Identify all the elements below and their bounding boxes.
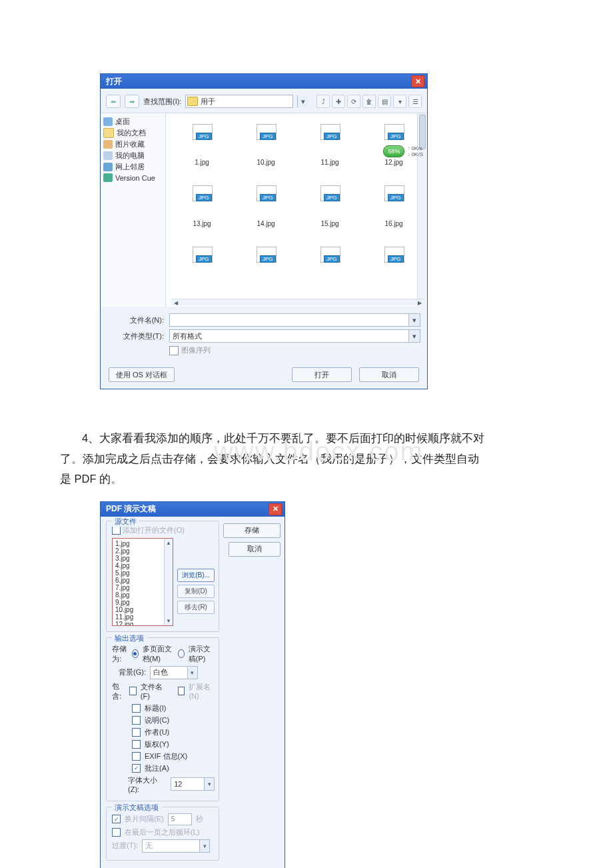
file-list-scrollbar[interactable]: ▲ ▼ — [164, 539, 173, 625]
desktop-icon — [103, 117, 113, 126]
file-item[interactable]: JPG — [235, 240, 297, 299]
output-options-title: 输出选项 — [112, 633, 147, 643]
filename-input[interactable]: ▾ — [169, 313, 420, 327]
scroll-left-icon[interactable]: ◀ — [174, 300, 178, 306]
use-os-dialog-button[interactable]: 使用 OS 对话框 — [109, 367, 175, 382]
list-item[interactable]: 1.jpg — [115, 540, 170, 547]
background-select[interactable]: 白色▾ — [150, 666, 198, 679]
jpg-badge-icon: JPG — [196, 133, 212, 140]
places-panel: 桌面 我的文档 图片收藏 我的电脑 网上邻居 Version Cue — [101, 113, 166, 307]
filetype-label: 文件类型(T): — [107, 331, 169, 341]
file-item[interactable]: JPG 11.jpg — [299, 117, 360, 176]
filetype-value: 所有格式 — [173, 331, 202, 341]
interval-unit: 秒 — [196, 814, 203, 824]
documents-icon — [103, 128, 114, 138]
new-folder-icon[interactable]: ✚ — [332, 95, 345, 108]
cancel-button[interactable]: 取消 — [359, 367, 419, 382]
list-item[interactable]: 4.jpg — [115, 562, 170, 569]
place-versioncue[interactable]: Version Cue — [102, 173, 164, 183]
up-folder-icon[interactable]: ⤴ — [316, 95, 330, 108]
list-item[interactable]: 11.jpg — [115, 613, 170, 621]
source-file-list[interactable]: 1.jpg 2.jpg 3.jpg 4.jpg 5.jpg 6.jpg 7.jp… — [112, 538, 173, 626]
refresh-icon[interactable]: ⟳ — [347, 95, 360, 108]
file-item[interactable]: JPG — [171, 240, 233, 299]
pdf-presentation-dialog: PDF 演示文稿 ✕ 源文件 添加打开的文件(O) 1.jp — [100, 501, 285, 868]
file-item[interactable]: JPG 15.jpg — [299, 179, 360, 237]
list-item[interactable]: 3.jpg — [115, 555, 170, 562]
list-item[interactable]: 7.jpg — [115, 584, 170, 591]
file-item[interactable]: JPG 10.jpg — [235, 117, 297, 176]
dropdown-icon[interactable]: ▾ — [204, 778, 214, 790]
jpg-badge-icon: JPG — [260, 194, 276, 201]
close-icon[interactable]: ✕ — [269, 503, 282, 515]
file-item[interactable]: JPG — [299, 240, 360, 299]
place-computer[interactable]: 我的电脑 — [102, 150, 164, 161]
jpg-badge-icon: JPG — [324, 194, 340, 201]
include-ext-checkbox — [178, 687, 185, 695]
scroll-right-icon[interactable]: ▶ — [418, 300, 422, 306]
place-desktop[interactable]: 桌面 — [102, 116, 164, 127]
download-overlay: 58% ↑ 0K/s ↓ 0K/S — [383, 145, 423, 157]
place-pictures[interactable]: 图片收藏 — [102, 139, 164, 150]
multi-doc-radio[interactable] — [132, 649, 138, 658]
interval-checkbox — [112, 815, 121, 823]
save-button[interactable]: 存储 — [223, 523, 281, 538]
include-note-checkbox[interactable] — [132, 764, 141, 773]
nav-fwd-icon[interactable]: ➡ — [125, 95, 139, 108]
open-button[interactable]: 打开 — [292, 367, 352, 382]
include-filename-checkbox[interactable] — [129, 687, 137, 695]
scroll-thumb[interactable] — [419, 115, 426, 149]
include-author-checkbox[interactable] — [132, 728, 141, 737]
list-item[interactable]: 12.jpg — [115, 621, 170, 626]
close-icon[interactable]: ✕ — [411, 75, 424, 87]
vertical-scrollbar[interactable]: ▲ ▼ — [417, 113, 427, 307]
add-open-files-checkbox: 添加打开的文件(O) — [112, 525, 215, 535]
scroll-up-icon[interactable]: ▲ — [166, 540, 171, 546]
include-label: 包含: — [112, 681, 125, 701]
scroll-down-icon[interactable]: ▼ — [166, 618, 171, 624]
delete-icon[interactable]: 🗑 — [362, 95, 376, 108]
duplicate-button[interactable]: 复制(D) — [177, 585, 215, 598]
open-dialog: 打开 ✕ ⬅ ➡ 查找范围(I): 用于 ▾ ⤴ ✚ ⟳ 🗑 ▤ ▾ — [100, 73, 428, 389]
list-item[interactable]: 2.jpg — [115, 547, 170, 555]
include-copyright-checkbox[interactable] — [132, 740, 141, 749]
file-item[interactable]: JPG 13.jpg — [171, 179, 233, 237]
view-menu-icon[interactable]: ▾ — [393, 95, 406, 108]
file-item[interactable]: JPG — [363, 240, 424, 299]
list-item[interactable]: 8.jpg — [115, 591, 170, 599]
list-item[interactable]: 10.jpg — [115, 606, 170, 613]
toolbar-icons: ⤴ ✚ ⟳ 🗑 ▤ ▾ ☰ — [316, 95, 422, 108]
cancel-button[interactable]: 取消 — [229, 542, 281, 557]
font-size-select[interactable]: 12▾ — [171, 777, 215, 791]
look-in-combo[interactable]: 用于 — [185, 95, 293, 108]
dropdown-icon[interactable]: ▾ — [187, 667, 197, 679]
horizontal-scrollbar[interactable]: ◀ ▶ — [171, 299, 424, 305]
filetype-select[interactable]: 所有格式 ▾ — [169, 329, 420, 343]
filetype-dropdown-icon[interactable]: ▾ — [408, 330, 420, 342]
interval-label: 换片间隔(E) — [125, 814, 164, 824]
file-item[interactable]: JPG 1.jpg — [171, 117, 233, 176]
view-icon[interactable]: ▤ — [378, 95, 391, 108]
filename-dropdown-icon[interactable]: ▾ — [408, 314, 420, 326]
open-dialog-titlebar[interactable]: 打开 ✕ — [101, 74, 427, 89]
open-dialog-title: 打开 — [103, 76, 411, 87]
remove-button[interactable]: 移去(R) — [177, 601, 215, 614]
presentation-radio[interactable] — [178, 649, 184, 658]
file-item[interactable]: JPG 14.jpg — [235, 179, 297, 237]
include-desc-checkbox[interactable] — [132, 716, 141, 725]
file-item[interactable]: JPG 16.jpg — [363, 179, 424, 237]
browse-button[interactable]: 浏览(B)... — [177, 569, 215, 582]
jpg-badge-icon: JPG — [324, 255, 340, 263]
place-network[interactable]: 网上邻居 — [102, 161, 164, 173]
place-documents[interactable]: 我的文档 — [102, 127, 164, 139]
look-in-dropdown-icon[interactable]: ▾ — [297, 95, 308, 107]
nav-back-icon[interactable]: ⬅ — [106, 95, 121, 108]
list-item[interactable]: 6.jpg — [115, 577, 170, 584]
include-exif-checkbox[interactable] — [132, 752, 141, 761]
filename-label: 文件名(N): — [107, 315, 169, 325]
include-title-checkbox[interactable] — [132, 704, 141, 713]
list-item[interactable]: 9.jpg — [115, 599, 170, 606]
pdf-dialog-titlebar[interactable]: PDF 演示文稿 ✕ — [101, 502, 285, 517]
list-item[interactable]: 5.jpg — [115, 569, 170, 577]
options-icon[interactable]: ☰ — [408, 95, 422, 108]
